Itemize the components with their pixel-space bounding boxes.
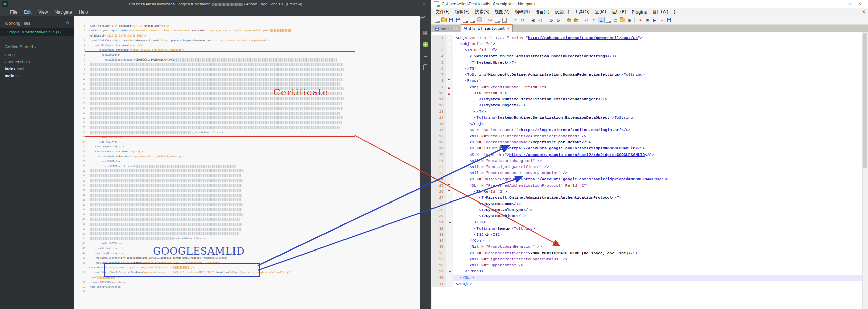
- code-line[interactable]: 44M</ds:X509Certificate>: [74, 236, 420, 241]
- zoom-in-icon[interactable]: ⊕: [548, 17, 555, 23]
- sidebar-item-screenshots[interactable]: ▸screenshots: [0, 58, 74, 66]
- fold-margin[interactable]: [446, 96, 453, 102]
- code-line[interactable]: 21: [74, 125, 420, 130]
- code-line[interactable]: 3 <md:IDPSSODescriptor WantAuthnRequests…: [74, 38, 420, 43]
- code-line[interactable]: 25 </md:KeyDescriptor>: [74, 144, 420, 149]
- fold-margin[interactable]: [446, 66, 453, 72]
- menu-item-o[interactable]: 工具(O): [572, 9, 593, 15]
- menu-item-v[interactable]: 视图(V): [492, 9, 512, 15]
- code-line[interactable]: 12 <T>System.Object</T>: [432, 102, 862, 109]
- code-line[interactable]: idpid="/>: [74, 275, 420, 280]
- code-line[interactable]: 48 <md:NameIDFormat>urn:oasis:names:tc:S…: [74, 256, 420, 260]
- notepadpp-titlebar[interactable]: C:\Users\Allen\Desktop\dfs-pf-samlp.xml …: [431, 0, 868, 8]
- fold-margin[interactable]: [446, 232, 453, 238]
- code-line[interactable]: 14 <ToString>System.Runtime.Serializatio…: [432, 115, 862, 121]
- code-line[interactable]: 38: [74, 207, 420, 212]
- code-line[interactable]: 52</md:EntityDescriptor>: [74, 285, 420, 289]
- fold-margin[interactable]: [446, 195, 453, 201]
- doc-map-icon[interactable]: [605, 17, 612, 23]
- code-line[interactable]: 1−<Objs Version="1.1.0.1" xmlns="http://…: [432, 35, 862, 41]
- fold-margin[interactable]: −: [446, 78, 453, 84]
- fold-margin[interactable]: −: [446, 35, 453, 41]
- gift-icon[interactable]: [420, 39, 431, 50]
- menu-item-edit[interactable]: Edit: [21, 9, 35, 15]
- menu-item-navigate[interactable]: Navigate: [51, 9, 75, 15]
- fold-margin[interactable]: [446, 170, 453, 176]
- code-line[interactable]: 2<md:EntityDescriptor xmlns:md="urn:oasi…: [74, 28, 420, 33]
- code-line[interactable]: 8− <Props>: [432, 78, 862, 84]
- code-line[interactable]: 39 </Props>: [432, 268, 862, 275]
- fold-margin[interactable]: −: [446, 189, 453, 195]
- code-line[interactable]: 41</Objs>: [432, 281, 862, 287]
- code-line[interactable]: 37 <Nil N="SigningCertificateUpdateStatu…: [432, 256, 862, 262]
- cloud-type-icon[interactable]: ☁: [420, 50, 431, 62]
- menu-item-t[interactable]: 设置(T): [552, 9, 572, 15]
- code-line[interactable]: 24 <S N="PassiveLogOnUri">https://accoun…: [432, 176, 862, 182]
- code-line[interactable]: 5 <ds:KeyInfo xmlns:ds="http://www.w3.or…: [74, 48, 420, 52]
- macro-play-icon[interactable]: ▶: [651, 17, 658, 23]
- fold-margin[interactable]: [446, 268, 453, 275]
- code-line[interactable]: 17: [74, 106, 420, 111]
- fold-margin[interactable]: [446, 127, 453, 133]
- close-doc-icon[interactable]: [462, 17, 469, 23]
- menu-item-n[interactable]: 编码(N): [512, 9, 533, 15]
- fold-margin[interactable]: [446, 207, 453, 213]
- code-line[interactable]: 40 </Obj>: [432, 275, 862, 281]
- fold-margin[interactable]: −: [446, 183, 453, 189]
- sidebar-item-main[interactable]: main.css: [0, 73, 74, 80]
- menu-item-?[interactable]: ?: [671, 9, 679, 15]
- code-line[interactable]: 16: [74, 101, 420, 106]
- fold-margin[interactable]: [446, 262, 453, 268]
- code-line[interactable]: 30 <T>System.Object</T>: [432, 213, 862, 219]
- fold-margin[interactable]: [446, 256, 453, 262]
- code-line[interactable]: 38 <Nil N="SupportsMfa" />: [432, 262, 862, 268]
- code-line[interactable]: 36 <S N="SigningCertificate">YOUR CERTIF…: [432, 250, 862, 256]
- close-icon[interactable]: ✕: [854, 0, 865, 8]
- code-line[interactable]: 9: [74, 67, 420, 72]
- code-line[interactable]: 45 </ds:X509Data>: [74, 241, 420, 246]
- fold-margin[interactable]: −: [446, 47, 453, 53]
- save-all-icon[interactable]: [454, 17, 462, 23]
- fold-margin[interactable]: [446, 176, 453, 182]
- cut-icon[interactable]: ✂: [487, 17, 494, 23]
- tab-dfs-pf-samlp.xml[interactable]: dfs-pf-samlp.xml✕: [461, 24, 513, 32]
- fold-margin[interactable]: [446, 102, 453, 109]
- code-line[interactable]: 37: [74, 203, 420, 207]
- code-line[interactable]: 22</ds:X509Certificate>: [74, 130, 420, 135]
- code-line[interactable]: validUntil="2024-02-28T04:33:46.000Z">: [74, 33, 420, 38]
- code-line[interactable]: 33: [74, 183, 420, 188]
- close-all-icon[interactable]: [469, 17, 476, 23]
- print-icon[interactable]: [476, 17, 483, 23]
- code-line[interactable]: 22 <Nil N="NextSigningCertificate" />: [432, 164, 862, 170]
- close-icon[interactable]: ✕: [419, 0, 429, 8]
- code-line[interactable]: 4 <T>Microsoft.Online.Administration.Dom…: [432, 53, 862, 60]
- fold-margin[interactable]: [446, 225, 453, 232]
- fold-margin[interactable]: [446, 121, 453, 127]
- code-line[interactable]: 29 <ds:X509Certificate>M: [74, 164, 420, 169]
- fold-margin[interactable]: [446, 238, 453, 244]
- code-line[interactable]: 39: [74, 212, 420, 217]
- replace-icon[interactable]: ◎: [537, 17, 544, 23]
- fold-margin[interactable]: [446, 60, 453, 66]
- menu-item-f[interactable]: 文件(F): [433, 9, 452, 15]
- zoom-out-icon[interactable]: ⊖: [555, 17, 562, 23]
- code-line[interactable]: 2− <Obj RefId="0">: [432, 41, 862, 47]
- code-line[interactable]: 26 <md:KeyDescriptor use="signing">: [74, 149, 420, 154]
- fold-margin[interactable]: [446, 164, 453, 170]
- fold-margin[interactable]: [446, 219, 453, 225]
- code-line[interactable]: 20: [74, 120, 420, 125]
- code-line[interactable]: 4 <md:KeyDescriptor use="signing">: [74, 43, 420, 48]
- code-line[interactable]: 25− <Obj N="PreferredAuthenticationProto…: [432, 183, 862, 189]
- code-line[interactable]: 23 </ds:X509Data>: [74, 135, 420, 140]
- code-line[interactable]: 7 <ToString>Microsoft.Online.Administrat…: [432, 72, 862, 78]
- code-line[interactable]: 32: [74, 179, 420, 183]
- vertical-scrollbar[interactable]: [862, 32, 868, 309]
- minimize-icon[interactable]: —: [834, 0, 844, 8]
- menu-item-w[interactable]: 窗口(W): [650, 9, 671, 15]
- macro-stop-icon[interactable]: ■: [644, 17, 651, 23]
- doc-monitor-icon[interactable]: ◉: [626, 17, 633, 23]
- fold-margin[interactable]: [446, 213, 453, 219]
- live-preview-icon[interactable]: [420, 16, 431, 27]
- menu-item-e[interactable]: 编辑(E): [452, 9, 472, 15]
- save-icon[interactable]: [447, 17, 454, 23]
